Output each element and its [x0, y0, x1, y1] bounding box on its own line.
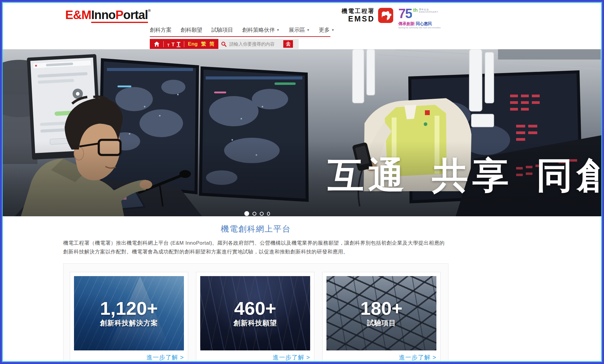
stat-card-trials: 180+ 試驗項目 進一步了解 > — [322, 272, 441, 361]
nav-item-showcase[interactable]: 展示區▼ — [289, 26, 310, 34]
page: E&MInnoPortal® 創科方案 創科願望 試驗項目 創科策略伙伴▼ 展示… — [3, 3, 601, 361]
learn-more-link-solutions[interactable]: 進一步了解 > — [146, 353, 184, 361]
font-size-small-button[interactable]: T — [167, 43, 169, 47]
logo-registered-mark: ® — [148, 8, 151, 13]
anniv-th: th — [413, 8, 418, 13]
anniv-slogan-2: 同心惠民 — [416, 21, 432, 26]
font-size-medium-button[interactable]: T — [172, 42, 175, 47]
lang-english-button[interactable]: Eng — [188, 41, 198, 47]
search-box: 去 — [218, 39, 299, 49]
search-go-button[interactable]: 去 — [283, 40, 293, 48]
chevron-down-icon: ▼ — [276, 28, 280, 32]
font-size-large-button[interactable]: T — [177, 41, 180, 47]
main-nav: 創科方案 創科願望 試驗項目 創科策略伙伴▼ 展示區▼ 更多▼ — [150, 26, 335, 34]
learn-more-link-trials[interactable]: 進一步了解 > — [399, 353, 436, 361]
header: E&MInnoPortal® 創科方案 創科願望 試驗項目 創科策略伙伴▼ 展示… — [3, 3, 601, 49]
anniv-number: 75 — [398, 7, 412, 20]
carousel-dot-2[interactable] — [252, 212, 256, 216]
nav-item-more[interactable]: 更多▼ — [319, 26, 335, 34]
section-title: 機電創科網上平台 — [63, 224, 448, 234]
chevron-down-icon: ▼ — [331, 28, 335, 32]
card-image-exhibition: 460+ 創新科技願望 — [200, 276, 310, 350]
nav-item-trial-projects[interactable]: 試驗項目 — [211, 26, 233, 34]
lang-traditional-button[interactable]: 繁 — [201, 40, 206, 47]
toolbar-divider — [163, 41, 164, 47]
card-image-steel-roof: 180+ 試驗項目 — [326, 276, 436, 350]
site-logo[interactable]: E&MInnoPortal® — [65, 8, 150, 22]
stat-label: 試驗項目 — [367, 318, 396, 328]
language-switcher: Eng 繁 简 — [188, 40, 214, 47]
emsd-chinese-name: 機電工程署 — [342, 8, 375, 14]
lang-simplified-button[interactable]: 简 — [209, 40, 214, 47]
carousel-dots — [244, 211, 270, 216]
emsd-emblem-icon — [378, 8, 394, 23]
stat-value: 460+ — [234, 299, 276, 318]
anniv-tagline: Serving the community with heart and inn… — [398, 27, 456, 29]
logo-em: E&M — [65, 8, 91, 21]
carousel-dot-1[interactable] — [244, 211, 249, 216]
logo-ortal: ortal — [123, 8, 148, 21]
stat-card-wishes: 460+ 創新科技願望 進一步了解 > — [196, 272, 314, 361]
nav-item-wishes[interactable]: 創科願望 — [181, 26, 202, 34]
stat-value: 1,120+ — [100, 299, 158, 318]
hero-carousel: 互通 共享 同創 — [3, 49, 601, 216]
anniv-sub-en: ANNIVERSARY — [419, 11, 439, 13]
utility-toolbar: T T T Eng 繁 简 去 — [150, 39, 299, 49]
stat-label: 創新科技解決方案 — [100, 318, 158, 328]
emsd-logo[interactable]: 機電工程署 EMSD — [342, 8, 394, 23]
chevron-down-icon: ▼ — [307, 28, 310, 32]
anniversary-75-logo[interactable]: 75 th 周年紀念 ANNIVERSARY 傳承創新 同心惠民 Serving… — [398, 7, 456, 29]
stat-label: 創新科技願望 — [233, 318, 277, 328]
carousel-dot-3[interactable] — [260, 212, 264, 216]
nav-underline — [150, 36, 330, 37]
learn-more-link-wishes[interactable]: 進一步了解 > — [273, 353, 310, 361]
search-input[interactable] — [229, 41, 281, 47]
anniv-slogan-1: 傳承創新 — [398, 21, 415, 26]
logo-p: P — [115, 8, 123, 21]
nav-item-solutions[interactable]: 創科方案 — [150, 26, 172, 34]
intro-paragraph: 機電工程署（機電署）推出機電創科網上平台 (E&M InnoPortal)。羅列… — [63, 239, 448, 256]
home-icon[interactable] — [154, 41, 160, 47]
search-icon — [221, 41, 226, 47]
logo-inno: Inno — [91, 8, 115, 21]
stat-card-solutions: 1,120+ 創新科技解決方案 進一步了解 > — [70, 272, 188, 361]
stats-panel: 1,120+ 創新科技解決方案 進一步了解 > 460+ 創新科技願望 進一步了… — [63, 263, 448, 361]
font-size-controls: T T T — [167, 41, 180, 47]
emsd-english-name: EMSD — [342, 14, 375, 23]
toolbar-divider — [184, 41, 184, 47]
hero-slogan: 互通 共享 同創 — [328, 151, 601, 201]
toolbar-red-section: T T T Eng 繁 简 — [150, 39, 218, 49]
window-frame: E&MInnoPortal® 創科方案 創科願望 試驗項目 創科策略伙伴▼ 展示… — [0, 0, 604, 364]
carousel-dot-4[interactable] — [267, 212, 270, 216]
nav-item-strategic-partners[interactable]: 創科策略伙伴▼ — [242, 26, 280, 34]
stat-value: 180+ — [360, 299, 403, 318]
main-content: 機電創科網上平台 機電工程署（機電署）推出機電創科網上平台 (E&M InnoP… — [63, 224, 448, 361]
card-image-skyscraper: 1,120+ 創新科技解決方案 — [74, 276, 184, 350]
